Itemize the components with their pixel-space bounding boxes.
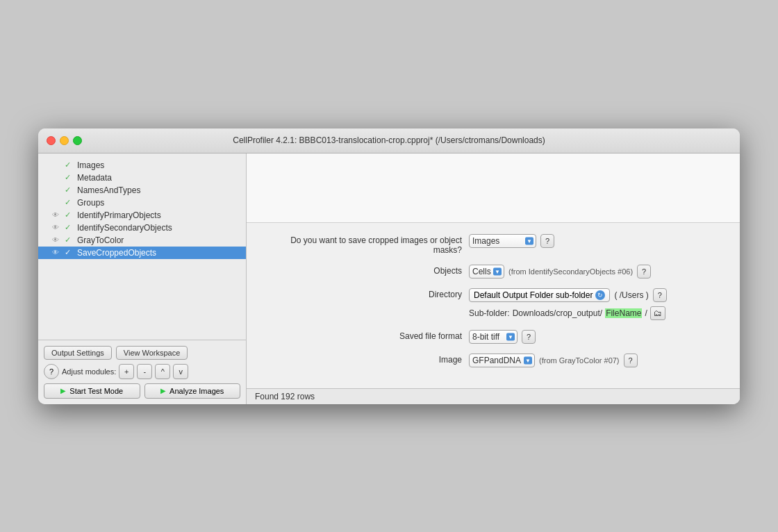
image-help[interactable]: ? bbox=[624, 354, 638, 367]
save-type-controls: Images Object masks ? bbox=[469, 234, 726, 248]
objects-from-text: (from IdentifySecondaryObjects #06) bbox=[508, 267, 633, 276]
objects-controls: Cells (from IdentifySecondaryObjects #06… bbox=[469, 265, 726, 279]
objects-label: Objects bbox=[260, 265, 469, 276]
check-icon: ✓ bbox=[65, 185, 74, 194]
image-label: Image bbox=[260, 354, 469, 365]
analyze-images-label: Analyze Images bbox=[169, 387, 224, 395]
sidebar-item-identifyprimary[interactable]: 👁✓IdentifyPrimaryObjects bbox=[38, 209, 246, 222]
objects-select-wrapper: Cells bbox=[469, 265, 504, 279]
objects-row: Objects Cells (from IdentifySecondaryObj… bbox=[260, 265, 726, 279]
action-buttons-row: ▶ Start Test Mode ▶ Analyze Images bbox=[44, 383, 240, 399]
subfolder-filename: FileName bbox=[605, 308, 642, 318]
subfolder-prefix: Sub-folder: bbox=[469, 308, 510, 318]
module-name: SaveCroppedObjects bbox=[77, 248, 240, 258]
directory-row1: Default Output Folder sub-folder ↻ ( /Us… bbox=[469, 288, 667, 302]
objects-help[interactable]: ? bbox=[637, 265, 651, 279]
window-title: CellProfiler 4.2.1: BBBC013-translocatio… bbox=[233, 135, 545, 145]
image-select[interactable]: GFPandDNA bbox=[469, 354, 535, 367]
remove-module-button[interactable]: - bbox=[137, 364, 152, 379]
subfolder-path-after: / bbox=[645, 308, 647, 318]
directory-row: Directory Default Output Folder sub-fold… bbox=[260, 288, 726, 320]
right-panel: Do you want to save cropped images or ob… bbox=[247, 153, 740, 404]
module-name: IdentifyPrimaryObjects bbox=[77, 210, 240, 220]
close-button[interactable] bbox=[47, 136, 56, 145]
directory-controls: Default Output Folder sub-folder ↻ ( /Us… bbox=[469, 288, 726, 320]
check-icon: ✓ bbox=[65, 210, 74, 219]
subfolder-row: Sub-folder: Downloads/crop_output/FileNa… bbox=[469, 306, 665, 320]
module-name: IdentifySecondaryObjects bbox=[77, 223, 240, 233]
image-row: Image GFPandDNA (from GrayToColor #07) ? bbox=[260, 354, 726, 367]
objects-select[interactable]: Cells bbox=[469, 265, 504, 279]
minimize-button[interactable] bbox=[60, 136, 69, 145]
file-format-select-wrapper: 8-bit tiff 16-bit tiff png jpeg bbox=[469, 330, 518, 344]
module-name: Images bbox=[77, 160, 240, 170]
titlebar: CellProfiler 4.2.1: BBBC013-translocatio… bbox=[38, 128, 740, 153]
app-window: CellProfiler 4.2.1: BBBC013-translocatio… bbox=[38, 128, 740, 404]
found-rows-text: Found 192 rows bbox=[255, 392, 315, 401]
file-format-row: Saved file format 8-bit tiff 16-bit tiff… bbox=[260, 330, 726, 344]
image-select-wrapper: GFPandDNA bbox=[469, 354, 535, 367]
file-format-select[interactable]: 8-bit tiff 16-bit tiff png jpeg bbox=[469, 330, 518, 344]
image-from-text: (from GrayToColor #07) bbox=[539, 356, 620, 365]
view-workspace-button[interactable]: View Workspace bbox=[116, 346, 188, 360]
module-name: NamesAndTypes bbox=[77, 185, 240, 195]
maximize-button[interactable] bbox=[73, 136, 82, 145]
module-name: Groups bbox=[77, 198, 240, 208]
sidebar-item-metadata[interactable]: ✓Metadata bbox=[38, 172, 246, 184]
sidebar-item-namesandtypes[interactable]: ✓NamesAndTypes bbox=[38, 184, 246, 197]
save-type-help[interactable]: ? bbox=[540, 234, 554, 248]
folder-browse-button[interactable]: 🗂 bbox=[650, 306, 665, 320]
directory-label: Directory bbox=[260, 288, 469, 299]
settings-area: Do you want to save cropped images or ob… bbox=[247, 223, 740, 388]
eye-icon: 👁 bbox=[52, 249, 62, 256]
directory-help[interactable]: ? bbox=[653, 288, 667, 302]
output-settings-button[interactable]: Output Settings bbox=[44, 346, 112, 360]
save-type-select[interactable]: Images Object masks bbox=[469, 234, 536, 248]
sidebar-item-graytcolor[interactable]: 👁✓GrayToColor bbox=[38, 234, 246, 247]
analyze-images-button[interactable]: ▶ Analyze Images bbox=[144, 383, 241, 399]
check-icon: ✓ bbox=[65, 223, 74, 232]
status-bar: Found 192 rows bbox=[247, 388, 740, 404]
module-list: ✓Images ✓Metadata ✓NamesAndTypes ✓Groups… bbox=[38, 153, 246, 340]
workspace-btn-row: Output Settings View Workspace bbox=[44, 346, 240, 360]
sidebar-item-groups[interactable]: ✓Groups bbox=[38, 197, 246, 209]
cycle-icon: ↻ bbox=[595, 290, 605, 300]
directory-dropdown-button[interactable]: Default Output Folder sub-folder ↻ bbox=[469, 288, 610, 302]
check-icon: ✓ bbox=[65, 160, 74, 169]
adjust-modules-row: ? Adjust modules: + - ^ v bbox=[44, 364, 240, 379]
check-icon: ✓ bbox=[65, 248, 74, 257]
sidebar: ✓Images ✓Metadata ✓NamesAndTypes ✓Groups… bbox=[38, 153, 247, 404]
adjust-modules-label: Adjust modules: bbox=[62, 367, 116, 376]
module-name: Metadata bbox=[77, 173, 240, 183]
sidebar-bottom: Output Settings View Workspace ? Adjust … bbox=[38, 340, 246, 404]
check-icon: ✓ bbox=[65, 235, 74, 244]
play-icon-2: ▶ bbox=[160, 387, 166, 394]
image-controls: GFPandDNA (from GrayToColor #07) ? bbox=[469, 354, 726, 367]
subfolder-path-before: Downloads/crop_output/ bbox=[513, 308, 602, 318]
preview-area bbox=[247, 153, 740, 223]
traffic-lights bbox=[47, 136, 82, 145]
directory-path-text: ( /Users ) bbox=[614, 290, 648, 300]
help-button[interactable]: ? bbox=[44, 364, 59, 379]
start-test-mode-button[interactable]: ▶ Start Test Mode bbox=[44, 383, 140, 399]
check-icon: ✓ bbox=[65, 173, 74, 182]
start-test-mode-label: Start Test Mode bbox=[69, 387, 123, 395]
file-format-help[interactable]: ? bbox=[522, 330, 536, 344]
directory-dropdown-text: Default Output Folder sub-folder bbox=[474, 290, 593, 300]
save-type-label: Do you want to save cropped images or ob… bbox=[260, 234, 469, 255]
save-type-select-wrapper: Images Object masks bbox=[469, 234, 536, 248]
add-module-button[interactable]: + bbox=[119, 364, 134, 379]
move-down-button[interactable]: v bbox=[173, 364, 188, 379]
check-icon: ✓ bbox=[65, 198, 74, 207]
sidebar-item-savecropped[interactable]: 👁✓SaveCroppedObjects bbox=[38, 247, 246, 259]
move-up-button[interactable]: ^ bbox=[155, 364, 170, 379]
eye-icon: 👁 bbox=[52, 211, 62, 219]
eye-icon: 👁 bbox=[52, 224, 62, 231]
file-format-controls: 8-bit tiff 16-bit tiff png jpeg ? bbox=[469, 330, 726, 344]
module-name: GrayToColor bbox=[77, 235, 240, 245]
play-icon: ▶ bbox=[60, 387, 66, 394]
sidebar-item-identifysecondary[interactable]: 👁✓IdentifySecondaryObjects bbox=[38, 222, 246, 234]
sidebar-item-images[interactable]: ✓Images bbox=[38, 159, 246, 172]
file-format-label: Saved file format bbox=[260, 330, 469, 341]
main-content: ✓Images ✓Metadata ✓NamesAndTypes ✓Groups… bbox=[38, 153, 740, 404]
